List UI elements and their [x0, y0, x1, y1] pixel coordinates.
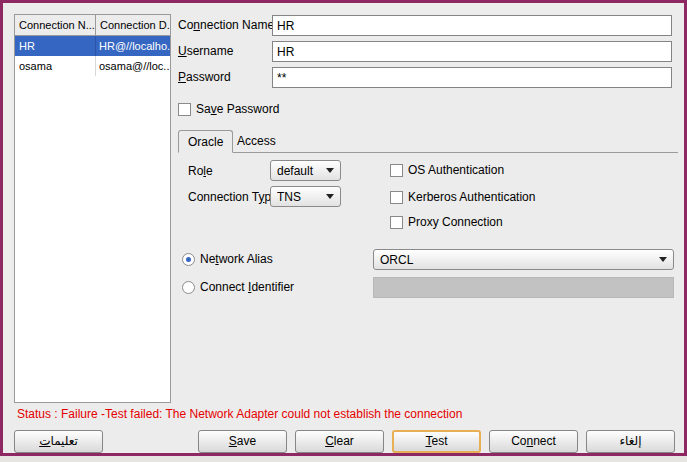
- connection-name-input[interactable]: [272, 15, 672, 36]
- test-button[interactable]: Test: [392, 430, 481, 453]
- proxy-connection-label: Proxy Connection: [408, 215, 503, 229]
- save-password-label: Save Password: [196, 102, 279, 116]
- column-header-connection-details[interactable]: Connection D..: [96, 15, 170, 35]
- os-authentication-checkbox[interactable]: OS Authentication: [390, 163, 504, 177]
- proxy-connection-checkbox[interactable]: Proxy Connection: [390, 215, 503, 229]
- network-alias-value: ORCL: [380, 253, 655, 267]
- screen: Connection N... Connection D.. HRHR@//lo…: [0, 0, 687, 462]
- connect-identifier-input: [373, 277, 674, 298]
- chevron-down-icon: [659, 257, 667, 262]
- connection-details-cell: osama@//loc...: [96, 56, 170, 76]
- column-header-connection-name[interactable]: Connection N...: [15, 15, 96, 35]
- role-select[interactable]: default: [270, 160, 341, 181]
- role-value: default: [277, 164, 322, 178]
- kerberos-authentication-checkbox[interactable]: Kerberos Authentication: [390, 190, 535, 204]
- radio-icon: [182, 281, 195, 294]
- radio-selected-icon: [182, 253, 195, 266]
- network-alias-radio[interactable]: Network Alias: [182, 252, 273, 266]
- role-label: Role: [188, 164, 213, 178]
- chevron-down-icon: [326, 168, 334, 173]
- save-button[interactable]: Save: [198, 430, 287, 453]
- connections-table: Connection N... Connection D.. HRHR@//lo…: [14, 14, 171, 403]
- network-alias-select[interactable]: ORCL: [373, 249, 674, 270]
- help-button[interactable]: تعليمات: [14, 430, 103, 453]
- chevron-down-icon: [326, 194, 334, 199]
- password-input[interactable]: [272, 67, 672, 88]
- connection-type-label: Connection Type: [188, 190, 278, 204]
- kerberos-authentication-label: Kerberos Authentication: [408, 190, 535, 204]
- username-input[interactable]: [272, 41, 672, 62]
- clear-button[interactable]: Clear: [295, 430, 384, 453]
- connection-details-cell: HR@//localho..: [96, 36, 170, 56]
- checkbox-icon: [390, 216, 403, 229]
- connect-identifier-radio[interactable]: Connect Identifier: [182, 280, 294, 294]
- connection-name-cell: HR: [15, 36, 96, 56]
- connection-name-cell: osama: [15, 56, 96, 76]
- checkbox-icon: [390, 164, 403, 177]
- tab-strip: Oracle Access: [178, 129, 678, 153]
- connect-button[interactable]: Connect: [489, 430, 578, 453]
- connection-dialog: Connection N... Connection D.. HRHR@//lo…: [0, 0, 687, 456]
- connections-table-body: HRHR@//localho..osamaosama@//loc...: [15, 36, 170, 76]
- cancel-button[interactable]: إلغاء: [586, 430, 675, 453]
- checkbox-icon: [178, 103, 191, 116]
- connection-name-label: Connection Name: [178, 18, 274, 32]
- connection-type-value: TNS: [277, 190, 322, 204]
- connection-row[interactable]: HRHR@//localho..: [15, 36, 170, 56]
- os-authentication-label: OS Authentication: [408, 163, 504, 177]
- connection-row[interactable]: osamaosama@//loc...: [15, 56, 170, 76]
- save-password-checkbox[interactable]: Save Password: [178, 102, 279, 116]
- connect-identifier-label: Connect Identifier: [200, 280, 294, 294]
- username-label: Username: [178, 44, 233, 58]
- tab-oracle[interactable]: Oracle: [178, 130, 233, 153]
- network-alias-label: Network Alias: [200, 252, 273, 266]
- connections-table-header: Connection N... Connection D..: [15, 15, 170, 36]
- tab-access[interactable]: Access: [228, 130, 285, 153]
- status-message: Status : Failure -Test failed: The Netwo…: [17, 407, 462, 421]
- connection-type-select[interactable]: TNS: [270, 186, 341, 207]
- checkbox-icon: [390, 191, 403, 204]
- password-label: Password: [178, 70, 231, 84]
